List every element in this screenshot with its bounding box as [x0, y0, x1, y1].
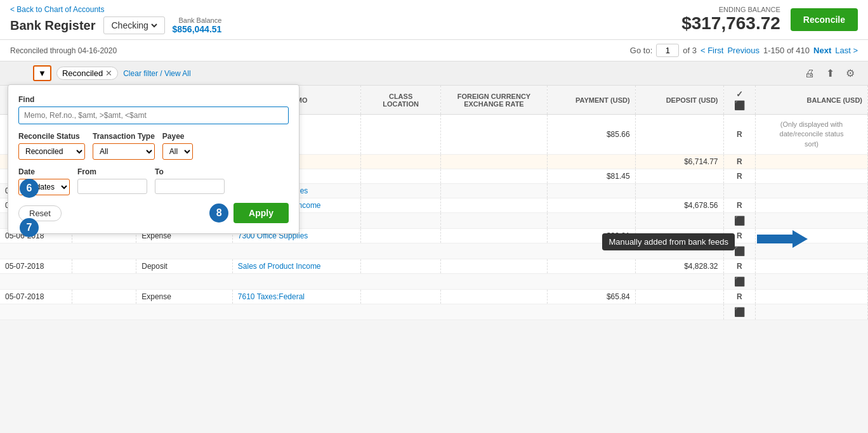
filter-toolbar-right: 🖨 ⬆ ⚙ — [802, 66, 858, 81]
cell-class — [360, 213, 440, 229]
account-select[interactable]: Checking — [109, 20, 159, 31]
header-right: ENDING BALANCE $317,763.72 Reconcile — [681, 6, 858, 34]
cell-class — [360, 155, 440, 169]
header-balance: BALANCE (USD) — [756, 86, 868, 115]
cell-payment — [547, 259, 635, 274]
cell-fx — [441, 259, 547, 274]
cell-fx — [441, 290, 547, 304]
cell-class — [360, 115, 440, 155]
cell-deposit — [635, 213, 723, 229]
table-row[interactable]: 05-07-2018 Deposit Sales of Product Inco… — [0, 259, 868, 274]
settings-icon[interactable]: ⚙ — [843, 66, 858, 81]
previous-link[interactable]: Previous — [727, 46, 760, 55]
cell-payment — [547, 184, 635, 198]
table-row[interactable]: ⬛ — [0, 274, 868, 290]
export-icon[interactable]: ⬆ — [822, 66, 838, 81]
cell-class — [360, 290, 440, 304]
cell-payment — [547, 198, 635, 213]
cell-ref — [72, 290, 136, 304]
filter-row-2: Date All dates From To — [18, 167, 289, 195]
cell-fx — [441, 169, 547, 184]
cell-balance — [756, 259, 868, 274]
filter-button[interactable]: ▼ — [33, 65, 51, 81]
cell-status: R — [723, 198, 756, 213]
table-row[interactable]: ⬛ — [0, 243, 868, 259]
sub-header: Reconciled through 04-16-2020 Go to: of … — [0, 40, 868, 61]
cell-status: R — [723, 290, 756, 304]
back-link[interactable]: < Back to Chart of Accounts — [10, 5, 221, 14]
reconciled-through: Reconciled through 04-16-2020 — [10, 46, 117, 55]
filter-panel-footer: Reset 6 7 8 Apply — [18, 203, 289, 223]
copy-icon[interactable]: ⬛ — [734, 276, 745, 287]
table-row[interactable]: ⬛ — [0, 304, 868, 320]
page-title: Bank Register — [10, 18, 96, 33]
cell-payment: $85.66 — [547, 115, 635, 155]
tooltip-box: Manually added from bank feeds — [602, 233, 735, 250]
clear-filter-link[interactable]: Clear filter / View All — [123, 69, 190, 78]
from-group: From — [77, 167, 147, 194]
account-select-wrapper[interactable]: Checking — [103, 16, 165, 34]
payee-select[interactable]: All — [162, 143, 193, 160]
filter-remove-icon[interactable]: ✕ — [105, 68, 112, 78]
cell-balance — [756, 184, 868, 198]
range-label: 1-150 of 410 — [763, 46, 810, 55]
cell-fx — [441, 229, 547, 243]
transaction-type-select[interactable]: All — [93, 143, 155, 160]
from-label: From — [77, 167, 147, 176]
next-link[interactable]: Next — [813, 46, 831, 55]
last-link[interactable]: Last > — [835, 46, 858, 55]
first-link[interactable]: < First — [700, 46, 723, 55]
reconcile-button[interactable]: Reconcile — [791, 8, 858, 31]
cell-deposit — [635, 169, 723, 184]
cell-fx — [441, 213, 547, 229]
reconcile-status-select[interactable]: Reconciled Unreconciled All — [18, 143, 85, 160]
header-fx: FOREIGN CURRENCYEXCHANGE RATE — [441, 86, 547, 115]
cell-deposit — [635, 115, 723, 155]
pagination: Go to: of 3 < First Previous 1-150 of 41… — [630, 44, 858, 57]
cell-balance — [756, 155, 868, 169]
cell-status: ⬛ — [723, 304, 756, 320]
step-7-indicator: 7 — [20, 218, 39, 237]
bank-balance-amount: $856,044.51 — [173, 24, 222, 34]
goto-label: Go to: — [630, 46, 652, 55]
cell-date: 05-07-2018 — [0, 290, 72, 304]
print-icon[interactable]: 🖨 — [802, 66, 817, 81]
goto-input[interactable] — [656, 44, 679, 57]
tooltip-text: Manually added from bank feeds — [608, 237, 728, 247]
cell-payment — [547, 155, 635, 169]
transaction-type-group: Transaction Type All — [93, 132, 155, 160]
cell-class — [360, 198, 440, 213]
cell-status — [723, 184, 756, 198]
cell-memo[interactable]: Sales of Product Income — [232, 259, 360, 274]
to-group: To — [155, 167, 225, 194]
cell-class — [360, 259, 440, 274]
cell-status: R — [723, 259, 756, 274]
header: < Back to Chart of Accounts Bank Registe… — [0, 0, 868, 40]
copy-icon[interactable]: ⬛ — [734, 216, 745, 226]
filter-tag: Reconciled ✕ — [56, 67, 118, 80]
apply-button[interactable]: Apply — [233, 203, 289, 223]
table-row[interactable]: 05-07-2018 Expense 7610 Taxes:Federal $6… — [0, 290, 868, 304]
cell-fx — [441, 155, 547, 169]
header-payment: PAYMENT (USD) — [547, 86, 635, 115]
from-input[interactable] — [77, 179, 147, 194]
filter-bar: 5 ▼ Reconciled ✕ Clear filter / View All… — [0, 61, 868, 86]
cell-fx — [441, 115, 547, 155]
blue-arrow — [757, 230, 808, 248]
cell-balance — [756, 213, 868, 229]
cell-memo[interactable]: 7610 Taxes:Federal — [232, 290, 360, 304]
find-input[interactable] — [18, 107, 289, 124]
to-input[interactable] — [155, 179, 225, 194]
cell-payment: $81.45 — [547, 169, 635, 184]
filter-panel: Find Reconcile Status Reconciled Unrecon… — [8, 84, 299, 234]
cell-status: ⬛ — [723, 274, 756, 290]
filter-row-1: Reconcile Status Reconciled Unreconciled… — [18, 132, 289, 160]
cell-status: R — [723, 115, 756, 155]
cell-date: 05-07-2018 — [0, 259, 72, 274]
copy-icon[interactable]: ⬛ — [734, 246, 745, 256]
cell-status: R — [723, 155, 756, 169]
cell-deposit — [635, 184, 723, 198]
bank-balance: Bank Balance $856,044.51 — [173, 16, 222, 34]
header-deposit: DEPOSIT (USD) — [635, 86, 723, 115]
copy-icon[interactable]: ⬛ — [734, 307, 745, 317]
